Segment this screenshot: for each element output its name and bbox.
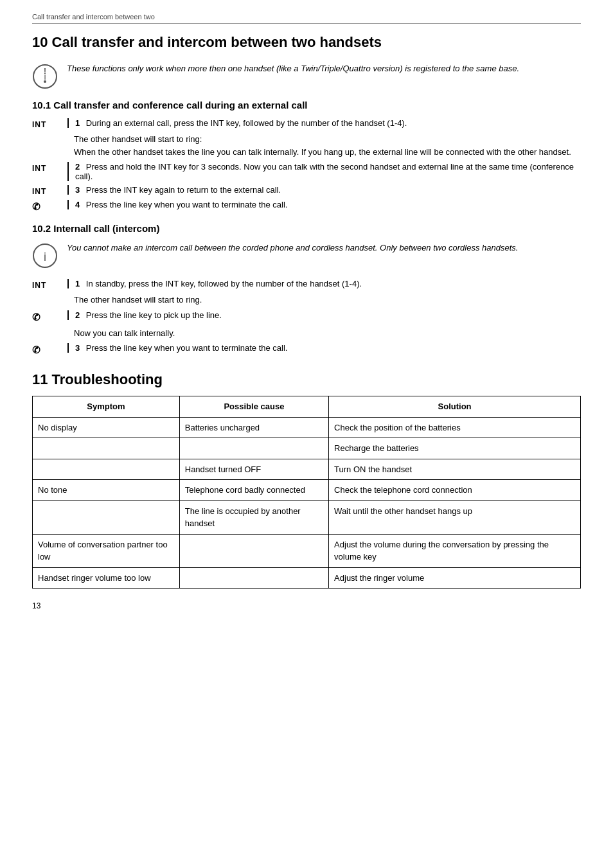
section11-title: 11 Troubleshooting — [32, 371, 581, 388]
step-icon-int-4: INT — [32, 279, 67, 290]
top-bar: Call transfer and intercom between two — [32, 13, 581, 24]
step-content-10-1-4: 4 Press the line key when you want to te… — [67, 200, 581, 209]
step-row-10-2-1: INT 1 In standby, press the INT key, fol… — [32, 279, 581, 290]
troubleshooting-table: Symptom Possible cause Solution No displ… — [32, 396, 581, 589]
table-row: Volume of conversation partner too lowAd… — [33, 534, 581, 567]
step-row-10-1-2: INT 2 Press and hold the INT key for 3 s… — [32, 162, 581, 181]
step-icon-int-3: INT — [32, 185, 67, 196]
table-cell-solution: Check the position of the batteries — [329, 417, 581, 438]
step-icon-int-2: INT — [32, 162, 67, 173]
subsection-10-2-title: 10.2 Internall call (intercom) — [32, 223, 581, 234]
table-cell-solution: Check the telephone cord connection — [329, 480, 581, 501]
table-cell-solution: Adjust the volume during the conversatio… — [329, 534, 581, 567]
page: Call transfer and intercom between two 1… — [0, 0, 613, 868]
table-row: No toneTelephone cord badly connectedChe… — [33, 480, 581, 501]
table-cell-solution: Turn ON the handset — [329, 459, 581, 480]
steps-10-2: INT 1 In standby, press the INT key, fol… — [32, 279, 581, 356]
info-text-10-2-2: Now you can talk internally. — [32, 327, 581, 340]
step-text-10-2-2: Press the line key to pick up the line. — [86, 310, 222, 320]
top-bar-text: Call transfer and intercom between two — [32, 13, 155, 21]
table-cell-cause: The line is occupied by another handset — [179, 500, 328, 534]
svg-text:i: i — [44, 251, 46, 263]
table-cell-symptom: No tone — [33, 480, 180, 501]
steps-10-1: INT 1 During an external call, press the… — [32, 118, 581, 213]
table-row: Handset ringer volume too lowAdjust the … — [33, 567, 581, 589]
subsection-10-1-title: 10.1 Call transfer and conference call d… — [32, 100, 581, 111]
step-content-10-2-1: 1 In standby, press the INT key, followe… — [67, 279, 581, 288]
table-cell-cause: Handset turned OFF — [179, 459, 328, 480]
step-text-10-1-3: Press the INT key again to return to the… — [86, 185, 281, 195]
step-content-10-2-3: 3 Press the line key when you want to te… — [67, 343, 581, 353]
notice-text-2: You cannot make an intercom call between… — [67, 242, 518, 254]
table-cell-symptom — [33, 500, 180, 534]
table-cell-symptom: Handset ringer volume too low — [33, 567, 180, 589]
table-cell-symptom: Volume of conversation partner too low — [33, 534, 180, 567]
step-content-10-1-2: 2 Press and hold the INT key for 3 secon… — [67, 162, 581, 181]
step-row-10-2-2: ✆ 2 Press the line key to pick up the li… — [32, 310, 581, 323]
table-row: Handset turned OFFTurn ON the handset — [33, 459, 581, 480]
step-row-10-2-3: ✆ 3 Press the line key when you want to … — [32, 343, 581, 356]
table-header-solution: Solution — [329, 396, 581, 418]
step-icon-phone-2: ✆ — [32, 310, 67, 323]
section10-title: 10 Call transfer and intercom between tw… — [32, 34, 581, 51]
step-row-10-1-3: INT 3 Press the INT key again to return … — [32, 185, 581, 196]
step-text-10-2-3: Press the line key when you want to term… — [86, 343, 288, 353]
step-text-10-1-4: Press the line key when you want to term… — [86, 200, 288, 209]
table-cell-symptom: No display — [33, 417, 180, 438]
table-cell-cause: Batteries uncharged — [179, 417, 328, 438]
info-text-10-2-1: The other handset will start to ring. — [32, 294, 581, 306]
info-text-10-1-1: The other handset will start to ring: Wh… — [32, 133, 581, 158]
step-icon-int-1: INT — [32, 118, 67, 129]
table-row: The line is occupied by another handsetW… — [33, 500, 581, 534]
table-header-cause: Possible cause — [179, 396, 328, 418]
table-cell-cause: Telephone cord badly connected — [179, 480, 328, 501]
step-text-10-1-1: During an external call, press the INT k… — [86, 118, 407, 128]
notice-box-1: ! i These functions only work when more … — [32, 62, 581, 89]
table-row: Recharge the batteries — [33, 438, 581, 459]
svg-text:i: i — [44, 71, 46, 82]
table-cell-cause — [179, 534, 328, 567]
table-row: No displayBatteries unchargedCheck the p… — [33, 417, 581, 438]
table-cell-symptom — [33, 438, 180, 459]
table-cell-symptom — [33, 459, 180, 480]
step-content-10-1-3: 3 Press the INT key again to return to t… — [67, 185, 581, 195]
table-cell-solution: Recharge the batteries — [329, 438, 581, 459]
step-content-10-2-2: 2 Press the line key to pick up the line… — [67, 310, 581, 320]
notice-icon-1: ! i — [32, 64, 58, 89]
step-content-10-1-1: 1 During an external call, press the INT… — [67, 118, 581, 128]
table-header-symptom: Symptom — [33, 396, 180, 418]
notice-icon-2: i — [32, 243, 58, 269]
step-text-10-2-1: In standby, press the INT key, followed … — [86, 279, 362, 288]
step-icon-phone-3: ✆ — [32, 343, 67, 356]
step-icon-phone-1: ✆ — [32, 200, 67, 213]
table-cell-cause — [179, 567, 328, 589]
table-cell-cause — [179, 438, 328, 459]
notice-box-2: i You cannot make an intercom call betwe… — [32, 242, 581, 269]
notice-text-1: These functions only work when more then… — [67, 62, 519, 75]
table-cell-solution: Adjust the ringer volume — [329, 567, 581, 589]
page-number: 13 — [32, 601, 581, 610]
step-row-10-1-1: INT 1 During an external call, press the… — [32, 118, 581, 129]
step-row-10-1-4: ✆ 4 Press the line key when you want to … — [32, 200, 581, 213]
table-cell-solution: Wait until the other handset hangs up — [329, 500, 581, 534]
step-text-10-1-2: Press and hold the INT key for 3 seconds… — [75, 162, 574, 181]
